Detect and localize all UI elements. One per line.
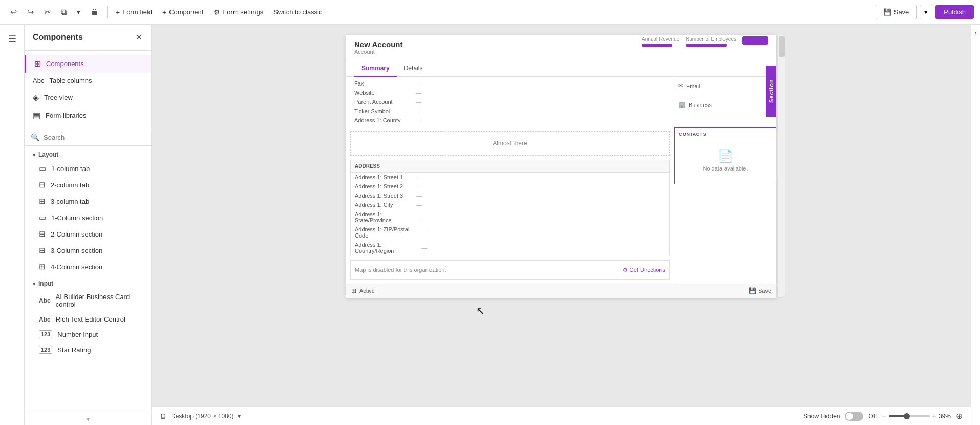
save-icon: 💾 — [883, 8, 891, 16]
field-ticker-label: Ticker Symbol — [354, 108, 416, 114]
no-data-icon: 📄 — [683, 149, 768, 163]
1col-section-item[interactable]: ▭ 1-Column section — [25, 209, 151, 226]
number-input-item[interactable]: 123 Number Input — [25, 327, 151, 342]
desktop-dropdown-button[interactable]: ▾ — [238, 413, 241, 420]
toggle-state-label: Off — [868, 413, 877, 420]
field-parent-account-label: Parent Account — [354, 99, 416, 105]
nav-item-tree-view[interactable]: ◈ Tree view — [25, 89, 151, 107]
tab-summary[interactable]: Summary — [354, 60, 397, 77]
redo-button[interactable]: ↪ — [23, 5, 38, 19]
main-layout: ☰ Components ✕ ⊞ Components Abc Table co… — [0, 25, 980, 425]
undo-icon: ↩ — [10, 7, 17, 17]
form-settings-button[interactable]: ⚙ Form settings — [209, 6, 267, 18]
contacts-header: CONTACTS — [679, 132, 772, 137]
copy-icon: ⧉ — [61, 8, 67, 17]
search-input[interactable] — [44, 134, 145, 141]
rich-text-item[interactable]: Abc Rich Text Editor Control — [25, 312, 151, 327]
zoom-minus-button[interactable]: − — [882, 412, 886, 421]
switch-classic-button[interactable]: Switch to classic — [269, 6, 326, 18]
field-email-value-row: — — [678, 91, 772, 100]
ai-builder-item[interactable]: Abc AI Builder Business Card control — [25, 289, 151, 312]
3col-section-item[interactable]: ⊟ 3-Column section — [25, 242, 151, 259]
preview-scrollbar[interactable] — [777, 35, 785, 298]
3col-section-label: 3-Column section — [51, 247, 102, 254]
field-zip: Address 1: ZIP/PostalCode — — [351, 225, 669, 240]
target-button[interactable]: ⊕ — [956, 411, 963, 421]
zoom-slider-thumb[interactable] — [904, 413, 910, 419]
4col-section-label: 4-Column section — [51, 263, 102, 271]
undo-button[interactable]: ↩ — [6, 5, 21, 19]
form-field-button[interactable]: + Form field — [112, 6, 156, 18]
nav-item-components[interactable]: ⊞ Components — [25, 55, 151, 73]
2col-section-item[interactable]: ⊟ 2-Column section — [25, 226, 151, 242]
4col-section-item[interactable]: ⊞ 4-Column section — [25, 259, 151, 275]
map-section: Map is disabled for this organization. ⚙… — [350, 260, 670, 280]
main-fields-section: Fax — Website — Parent Account — — [346, 77, 674, 127]
field-website-value: — — [416, 90, 421, 96]
copy-dropdown-button[interactable]: ▾ — [73, 6, 84, 18]
nav-item-components-label: Components — [46, 60, 84, 68]
canvas-scroll[interactable]: New Account Account Annual Revenue Numbe… — [152, 25, 971, 407]
nav-item-table-columns-label: Table columns — [49, 77, 92, 84]
1col-tab-icon: ▭ — [39, 164, 46, 173]
map-disabled-text: Map is disabled for this organization. — [355, 265, 446, 275]
save-dropdown-button[interactable]: ▾ — [920, 5, 932, 19]
cut-button[interactable]: ✂ — [40, 5, 55, 19]
field-business-label: Business — [689, 102, 712, 108]
input-section-header[interactable]: ▾ Input — [25, 275, 151, 289]
switch-classic-label: Switch to classic — [273, 8, 322, 16]
field-country-value: — — [421, 245, 427, 251]
desktop-icon: 🖥 — [160, 412, 167, 420]
component-button[interactable]: + Component — [158, 6, 207, 18]
3col-tab-item[interactable]: ⊞ 3-column tab — [25, 193, 151, 209]
star-rating-item[interactable]: 123 Star Rating — [25, 342, 151, 357]
field-city-label: Address 1: City — [355, 202, 416, 208]
field-state-value: — — [421, 214, 427, 220]
scroll-down-icon: ▾ — [87, 416, 90, 423]
field-fax: Fax — — [350, 79, 670, 88]
nav-item-form-libraries[interactable]: ▤ Form libraries — [25, 107, 151, 124]
field-county-value: — — [416, 117, 421, 123]
1col-tab-label: 1-column tab — [51, 165, 90, 173]
show-hidden-label: Show Hidden — [803, 413, 840, 420]
2col-tab-label: 2-column tab — [51, 181, 89, 189]
delete-button[interactable]: 🗑 — [87, 6, 103, 19]
save-button[interactable]: 💾 Save — [876, 5, 917, 19]
nav-menu-button[interactable]: ☰ — [2, 29, 23, 49]
employees-label: Number of Employees — [686, 36, 736, 42]
footer-status: Active — [359, 288, 375, 294]
zoom-plus-button[interactable]: + — [932, 412, 936, 421]
preview-scrollbar-thumb[interactable] — [779, 36, 785, 57]
form-footer: ⊞ Active 💾 Save — [346, 284, 776, 298]
copy-button[interactable]: ⧉ — [57, 6, 71, 19]
publish-button[interactable]: Publish — [935, 5, 974, 19]
right-section-fields: ✉ Email — — 🏢 Business — [674, 77, 776, 123]
zoom-slider[interactable] — [889, 415, 930, 417]
show-hidden-toggle[interactable] — [845, 412, 863, 421]
close-icon: ✕ — [135, 32, 143, 42]
field-street1-value: — — [416, 174, 422, 180]
map-directions-button[interactable]: ⚙ Get Directions — [623, 267, 665, 273]
1col-tab-item[interactable]: ▭ 1-column tab — [25, 160, 151, 177]
2col-tab-item[interactable]: ⊟ 2-column tab — [25, 177, 151, 193]
employees-bar — [686, 44, 727, 47]
field-ticker-value: — — [416, 108, 421, 114]
4col-section-icon: ⊞ — [39, 262, 46, 271]
tree-view-icon: ◈ — [33, 93, 39, 102]
input-chevron-icon: ▾ — [33, 281, 35, 287]
right-collapse-button[interactable]: ‹ — [974, 29, 977, 37]
field-state: Address 1:State/Province — — [351, 209, 669, 225]
field-website: Website — — [350, 88, 670, 97]
panel-header: Components ✕ — [25, 25, 151, 51]
annual-revenue-stat: Annual Revenue — [642, 36, 679, 47]
footer-save-label: Save — [758, 288, 771, 294]
nav-item-table-columns[interactable]: Abc Table columns — [25, 73, 151, 89]
rich-text-label: Rich Text Editor Control — [56, 315, 125, 323]
tab-details[interactable]: Details — [397, 60, 430, 77]
field-parent-account: Parent Account — — [350, 97, 670, 107]
layout-section-header[interactable]: ▾ Layout — [25, 146, 151, 160]
field-street3-label: Address 1: Street 3 — [355, 193, 416, 199]
field-street2-value: — — [416, 183, 422, 189]
panel-close-button[interactable]: ✕ — [135, 32, 143, 43]
layout-section-label: Layout — [38, 151, 58, 158]
